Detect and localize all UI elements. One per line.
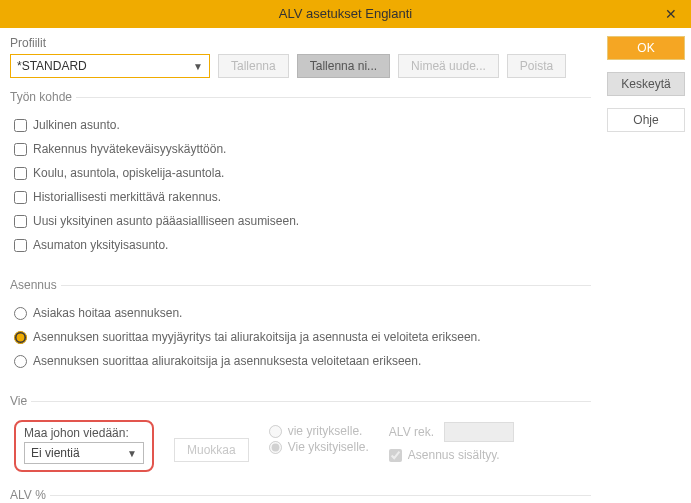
work-item-4[interactable]: Uusi yksityinen asunto pääasiallliseen a… [14, 214, 587, 228]
work-item-0[interactable]: Julkinen asunto. [14, 118, 587, 132]
close-icon[interactable]: ✕ [651, 0, 691, 28]
rename-button[interactable]: Nimeä uude... [398, 54, 499, 78]
profile-label: Profiilit [10, 36, 591, 50]
edit-button[interactable]: Muokkaa [174, 438, 249, 462]
save-button[interactable]: Tallenna [218, 54, 289, 78]
work-item-3[interactable]: Historiallisesti merkittävä rakennus. [14, 190, 587, 204]
export-private-radio [269, 441, 282, 454]
work-check-3[interactable] [14, 191, 27, 204]
install-radio-0[interactable] [14, 307, 27, 320]
work-item-2[interactable]: Koulu, asuntola, opiskelija-asuntola. [14, 166, 587, 180]
export-country-box: Maa johon viedään: Ei vientiä ▼ [14, 420, 154, 472]
export-country-select[interactable]: Ei vientiä ▼ [24, 442, 144, 464]
side-panel: OK Keskeytä Ohje [601, 28, 691, 503]
work-target-group: Työn kohde Julkinen asunto. Rakennus hyv… [10, 90, 591, 266]
profile-value: *STANDARD [17, 59, 87, 73]
delete-button[interactable]: Poista [507, 54, 566, 78]
alv-reg-label: ALV rek. [389, 425, 434, 439]
install-radio-1[interactable] [14, 331, 27, 344]
window-title: ALV asetukset Englanti [279, 6, 412, 21]
work-target-legend: Työn kohde [10, 90, 76, 104]
title-bar: ALV asetukset Englanti ✕ [0, 0, 691, 28]
ok-button[interactable]: OK [607, 36, 685, 60]
install-included-checkbox [389, 449, 402, 462]
install-radio-2[interactable] [14, 355, 27, 368]
work-check-0[interactable] [14, 119, 27, 132]
chevron-down-icon: ▼ [127, 448, 137, 459]
install-option-0[interactable]: Asiakas hoitaa asennuksen. [14, 306, 587, 320]
export-company-radio [269, 425, 282, 438]
cancel-button[interactable]: Keskeytä [607, 72, 685, 96]
export-company-option: vie yritykselle. [269, 424, 369, 438]
work-item-5[interactable]: Asumaton yksityisasunto. [14, 238, 587, 252]
alv-group: ALV % 1 20.0 2 5.0 3 0.0 4 0.0 5 0.0 [10, 488, 591, 503]
install-option-1[interactable]: Asennuksen suorittaa myyjäyritys tai ali… [14, 330, 587, 344]
export-country-value: Ei vientiä [31, 446, 80, 460]
alv-legend: ALV % [10, 488, 50, 502]
work-check-5[interactable] [14, 239, 27, 252]
alv-reg-field [444, 422, 514, 442]
export-private-option: Vie yksityiselle. [269, 440, 369, 454]
main-panel: Profiilit *STANDARD ▼ Tallenna Tallenna … [0, 28, 601, 503]
install-legend: Asennus [10, 278, 61, 292]
install-option-2[interactable]: Asennuksen suorittaa aliurakoitsija ja a… [14, 354, 587, 368]
install-group: Asennus Asiakas hoitaa asennuksen. Asenn… [10, 278, 591, 382]
install-included-check: Asennus sisältyy. [389, 448, 514, 462]
profile-select[interactable]: *STANDARD ▼ [10, 54, 210, 78]
work-check-1[interactable] [14, 143, 27, 156]
help-button[interactable]: Ohje [607, 108, 685, 132]
work-item-1[interactable]: Rakennus hyvätekeväisyyskäyttöön. [14, 142, 587, 156]
chevron-down-icon: ▼ [193, 61, 203, 72]
export-legend: Vie [10, 394, 31, 408]
export-group: Vie Maa johon viedään: Ei vientiä ▼ Muok… [10, 394, 591, 476]
save-as-button[interactable]: Tallenna ni... [297, 54, 390, 78]
work-check-4[interactable] [14, 215, 27, 228]
work-check-2[interactable] [14, 167, 27, 180]
export-country-label: Maa johon viedään: [24, 426, 144, 440]
